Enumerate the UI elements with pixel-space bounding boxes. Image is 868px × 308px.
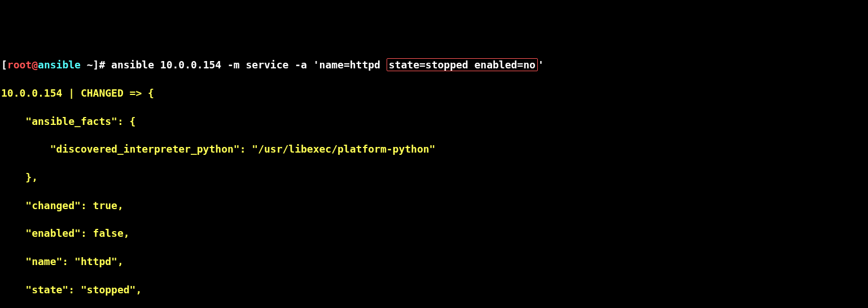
output-header: 10.0.0.154 | CHANGED => {	[1, 86, 867, 101]
prompt-at: @	[32, 59, 38, 71]
output-line: "ansible_facts": {	[1, 115, 867, 129]
command-highlight: state=stopped enabled=no	[387, 58, 538, 71]
prompt-host: ansible	[38, 59, 81, 71]
command-part1: ansible 10.0.0.154 -m service -a 'name=h…	[111, 59, 387, 71]
output-line: "state": "stopped",	[1, 283, 867, 297]
command-part2: '	[538, 59, 544, 71]
output-line: "changed": true,	[1, 199, 867, 213]
output-line: },	[1, 171, 867, 185]
prompt-user: root	[7, 59, 32, 71]
prompt-open-bracket: [	[1, 59, 7, 71]
output-line: "name": "httpd",	[1, 255, 867, 269]
output-line: "discovered_interpreter_python": "/usr/l…	[1, 142, 867, 157]
output-line: "enabled": false,	[1, 227, 867, 241]
command-line[interactable]: [root@ansible ~]# ansible 10.0.0.154 -m …	[1, 58, 867, 72]
prompt-close-bracket: ]#	[93, 59, 112, 71]
prompt-tilde: ~	[81, 59, 93, 71]
